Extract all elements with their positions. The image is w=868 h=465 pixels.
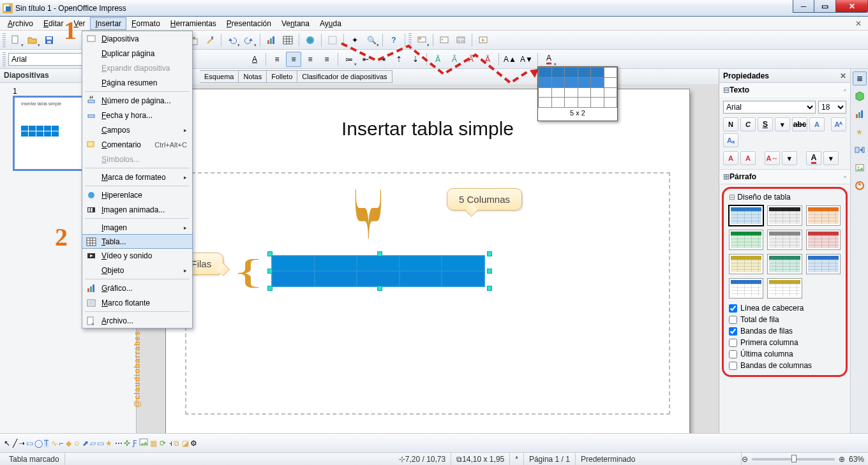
spacing-button[interactable]: A↔ xyxy=(765,151,780,165)
strike-button[interactable]: abc xyxy=(792,117,807,131)
extrusion-tool[interactable]: ◪ xyxy=(182,439,189,448)
tab-esquema[interactable]: Esquema xyxy=(200,70,239,83)
flowchart-tool[interactable]: ▱ xyxy=(90,439,96,448)
align-center-button[interactable]: ≡ xyxy=(286,52,301,67)
shadow-button[interactable]: A xyxy=(809,117,825,131)
table-cell-selector[interactable] xyxy=(552,98,565,107)
fontwork-tool[interactable]: Ƒ xyxy=(133,439,137,448)
prop-size-select[interactable]: 18 xyxy=(818,101,846,114)
callout-tool[interactable]: ▭ xyxy=(97,439,104,448)
select-tool[interactable]: ↖ xyxy=(4,439,10,448)
design-swatch[interactable] xyxy=(767,278,802,299)
underline-button[interactable]: S xyxy=(758,117,773,131)
redo-button[interactable] xyxy=(241,33,257,48)
sidebar-tab-chart-icon[interactable] xyxy=(853,107,867,121)
curve-tool[interactable]: ∿ xyxy=(51,439,57,448)
align-left-button[interactable]: ≡ xyxy=(269,52,285,67)
line-tool[interactable]: ╱ xyxy=(13,439,17,448)
align-justify-button[interactable]: ≡ xyxy=(319,52,334,67)
underline-double-button[interactable]: A xyxy=(247,52,262,67)
undo-button[interactable] xyxy=(225,33,240,48)
tab-folleto[interactable]: Folleto xyxy=(266,70,297,83)
table-button[interactable] xyxy=(280,33,296,48)
close-doc-icon[interactable]: ✕ xyxy=(851,18,865,29)
grid-button[interactable] xyxy=(325,33,340,48)
char-spacing-btn[interactable]: Ȃ xyxy=(430,52,445,67)
shrink-font-button[interactable]: A xyxy=(740,151,756,165)
selection-handle[interactable] xyxy=(487,286,492,291)
check-ultima-columna[interactable]: Última columna xyxy=(726,348,843,360)
design-swatch[interactable] xyxy=(767,205,802,226)
align-right-button[interactable]: ≡ xyxy=(303,52,318,67)
menu-item-diapositiva[interactable]: Diapositiva xyxy=(82,31,192,46)
canvas-scroll[interactable]: Insertar tabla simple } 5 Columnas { 2 F… xyxy=(137,84,719,433)
table-size-popup[interactable]: 5 x 2 xyxy=(537,66,618,121)
zoom-in-button[interactable]: ⊕ xyxy=(839,455,845,464)
slide-layout-button[interactable] xyxy=(453,33,468,48)
design-swatch[interactable] xyxy=(806,205,841,226)
presentation-btn1[interactable] xyxy=(414,33,430,48)
help-button[interactable]: ? xyxy=(386,33,401,48)
arrow-tool[interactable]: ➝ xyxy=(19,439,25,448)
menu-item-tabla-[interactable]: Tabla... xyxy=(82,234,193,249)
basic-shapes-tool[interactable]: ◆ xyxy=(66,439,71,448)
connector-tool[interactable]: ⌐ xyxy=(59,439,63,448)
symbol-shapes-tool[interactable]: ☺ xyxy=(73,439,80,448)
table-cell-selector[interactable] xyxy=(578,88,591,98)
table-cell-selector[interactable] xyxy=(591,98,604,107)
sidebar-tab-cube-icon[interactable] xyxy=(853,89,867,103)
expand-icon[interactable]: ▫ xyxy=(844,85,846,94)
interaction-tool[interactable]: ⚙ xyxy=(190,439,197,448)
menu-herramientas[interactable]: Herramientas xyxy=(165,17,221,30)
close-button[interactable]: ✕ xyxy=(836,0,868,13)
ellipse-tool[interactable]: ◯ xyxy=(34,439,43,448)
check-bandas-filas[interactable]: Bandas de filas xyxy=(726,325,843,337)
check-primera-columna[interactable]: Primera columna xyxy=(726,337,843,348)
start-show-button[interactable] xyxy=(475,33,491,48)
bold-button[interactable]: N xyxy=(723,117,738,131)
menu-item-comentario[interactable]: ComentarioCtrl+Alt+C xyxy=(82,137,192,152)
grow-font-button[interactable]: A xyxy=(723,151,738,165)
sidebar-tab-star-icon[interactable]: ★ xyxy=(853,125,867,139)
minimize-button[interactable]: ─ xyxy=(793,0,814,13)
sidebar-tab-properties[interactable]: ≣ xyxy=(853,71,867,85)
table-cell-selector[interactable] xyxy=(565,88,578,98)
from-file-tool[interactable] xyxy=(138,437,149,449)
check-bandas-columnas[interactable]: Bandas de columnas xyxy=(726,360,843,371)
menu-item-marca-de-formateo[interactable]: Marca de formateo▸ xyxy=(82,170,192,184)
menu-item-imagen[interactable]: Imagen▸ xyxy=(82,220,192,235)
menu-formato[interactable]: Formato xyxy=(126,17,165,30)
selection-handle[interactable] xyxy=(377,286,382,291)
menu-item-fecha-y-hora-[interactable]: Fecha y hora... xyxy=(82,108,192,122)
inserted-table[interactable] xyxy=(271,255,485,287)
sup-button[interactable]: Aᴬ xyxy=(831,117,846,131)
char-spacing-btn[interactable]: Ā xyxy=(447,52,462,67)
menu-item-n-mero-de-p-gina-[interactable]: #Número de página... xyxy=(82,93,192,108)
tab-clasificador[interactable]: Clasificador de diapositivas xyxy=(297,70,392,83)
check-linea-cabecera[interactable]: Línea de cabecera xyxy=(726,302,843,314)
glue-tool[interactable]: ✜ xyxy=(124,439,130,448)
design-swatch[interactable] xyxy=(729,230,763,250)
navigator-button[interactable]: ✦ xyxy=(347,33,363,48)
rotate-tool[interactable]: ⟳ xyxy=(160,439,166,448)
sub-button[interactable]: Aₐ xyxy=(723,133,738,147)
table-cell-selector[interactable] xyxy=(591,88,604,98)
table-cell-selector[interactable] xyxy=(604,88,617,98)
maximize-button[interactable]: ▭ xyxy=(814,0,836,13)
menu-item-hiperenlace[interactable]: Hiperenlace xyxy=(82,188,192,202)
menu-item-gr-fico-[interactable]: Gráfico... xyxy=(82,281,192,295)
hyperlink-button[interactable] xyxy=(303,33,318,48)
design-swatch[interactable] xyxy=(767,230,802,250)
toolbar-grip[interactable] xyxy=(3,33,6,47)
toolbar-grip[interactable] xyxy=(408,33,412,47)
table-cell-selector[interactable] xyxy=(552,68,565,77)
demote-button[interactable]: ⇥ xyxy=(375,52,390,67)
table-cell-selector[interactable] xyxy=(565,78,578,87)
dropdown-icon[interactable]: ▾ xyxy=(782,151,797,165)
move-up-button[interactable]: ⇡ xyxy=(391,52,407,67)
new-button[interactable] xyxy=(8,33,24,48)
check-total-fila[interactable]: Total de fila xyxy=(726,314,843,325)
selection-handle[interactable] xyxy=(267,269,273,274)
selection-handle[interactable] xyxy=(267,286,273,291)
menu-item-objeto[interactable]: Objeto▸ xyxy=(82,263,192,277)
